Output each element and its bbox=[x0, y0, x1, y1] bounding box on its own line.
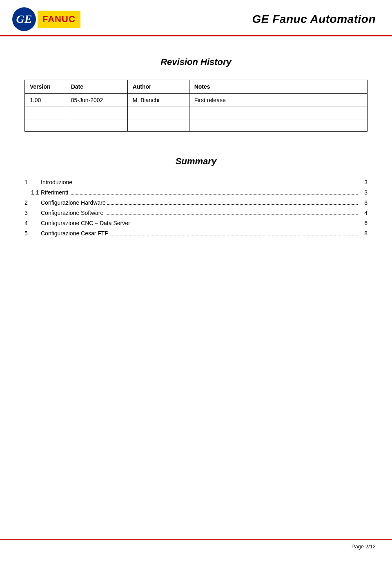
cell-version bbox=[25, 119, 66, 132]
header: GE FANUC GE Fanuc Automation bbox=[0, 0, 392, 36]
toc-item-number: 5 bbox=[24, 230, 41, 237]
cell-notes bbox=[189, 119, 367, 132]
toc-item: 1.1Riferimenti3 bbox=[24, 189, 368, 196]
toc-item: 4Configurazione CNC – Data Server6 bbox=[24, 220, 368, 227]
cell-version bbox=[25, 107, 66, 119]
toc-item-page: 3 bbox=[359, 189, 368, 196]
toc-item-number: 3 bbox=[24, 210, 41, 216]
ge-logo-text: GE bbox=[16, 13, 32, 26]
table-header-row: Version Date Author Notes bbox=[25, 80, 368, 94]
toc-item-dots bbox=[105, 215, 358, 215]
footer-page-label: Page 2/12 bbox=[352, 543, 376, 550]
col-header-notes: Notes bbox=[189, 80, 367, 94]
summary-title: Summary bbox=[24, 156, 368, 167]
revision-history-title: Revision History bbox=[24, 57, 368, 67]
cell-notes bbox=[189, 107, 367, 119]
col-header-version: Version bbox=[25, 80, 66, 94]
toc-item-number: 4 bbox=[24, 220, 41, 226]
fanuc-logo: FANUC bbox=[38, 11, 80, 28]
ge-logo: GE bbox=[12, 7, 36, 31]
toc-item-label: Configurazione Cesar FTP bbox=[41, 230, 109, 237]
toc-item-page: 3 bbox=[359, 179, 368, 186]
toc-item-page: 8 bbox=[359, 230, 368, 237]
col-header-author: Author bbox=[127, 80, 189, 94]
toc-item-page: 4 bbox=[359, 210, 368, 216]
cell-date bbox=[66, 107, 127, 119]
toc-item-number: 1 bbox=[24, 179, 41, 186]
table-row bbox=[25, 119, 368, 132]
toc-item-label: Configurazione Hardware bbox=[41, 199, 106, 206]
cell-date bbox=[66, 119, 127, 132]
toc-item-label: Introduzione bbox=[41, 179, 72, 186]
cell-author: M. Bianchi bbox=[127, 94, 189, 107]
toc-item-label: Configurazione CNC – Data Server bbox=[41, 220, 130, 226]
table-row bbox=[25, 107, 368, 119]
toc: 1Introduzione31.1Riferimenti32Configuraz… bbox=[24, 179, 368, 237]
page: GE FANUC GE Fanuc Automation Revision Hi… bbox=[0, 0, 392, 561]
logo-container: GE FANUC bbox=[12, 7, 80, 31]
toc-item: 1Introduzione3 bbox=[24, 179, 368, 186]
toc-item: 5Configurazione Cesar FTP8 bbox=[24, 230, 368, 237]
table-row: 1.0005-Jun-2002M. BianchiFirst release bbox=[25, 94, 368, 107]
fanuc-logo-text: FANUC bbox=[42, 14, 76, 25]
cell-author bbox=[127, 107, 189, 119]
toc-item-dots bbox=[110, 235, 358, 235]
toc-item-dots bbox=[107, 204, 358, 205]
toc-item-number: 2 bbox=[24, 199, 41, 206]
cell-notes: First release bbox=[189, 94, 367, 107]
toc-item-label: Riferimenti bbox=[41, 189, 68, 196]
main-content: Revision History Version Date Author Not… bbox=[0, 36, 392, 273]
cell-author bbox=[127, 119, 189, 132]
toc-item-number: 1.1 bbox=[24, 189, 41, 196]
toc-item-label: Configurazione Software bbox=[41, 210, 103, 216]
toc-item-dots bbox=[70, 194, 358, 194]
toc-item-page: 3 bbox=[359, 199, 368, 206]
cell-version: 1.00 bbox=[25, 94, 66, 107]
cell-date: 05-Jun-2002 bbox=[66, 94, 127, 107]
revision-table: Version Date Author Notes 1.0005-Jun-200… bbox=[24, 80, 368, 132]
toc-item-dots bbox=[74, 184, 358, 184]
col-header-date: Date bbox=[66, 80, 127, 94]
toc-item: 2Configurazione Hardware3 bbox=[24, 199, 368, 206]
toc-item-page: 6 bbox=[359, 220, 368, 226]
footer: Page 2/12 bbox=[0, 539, 392, 553]
toc-item: 3Configurazione Software4 bbox=[24, 210, 368, 217]
toc-item-dots bbox=[132, 225, 358, 225]
company-title: GE Fanuc Automation bbox=[252, 13, 376, 26]
